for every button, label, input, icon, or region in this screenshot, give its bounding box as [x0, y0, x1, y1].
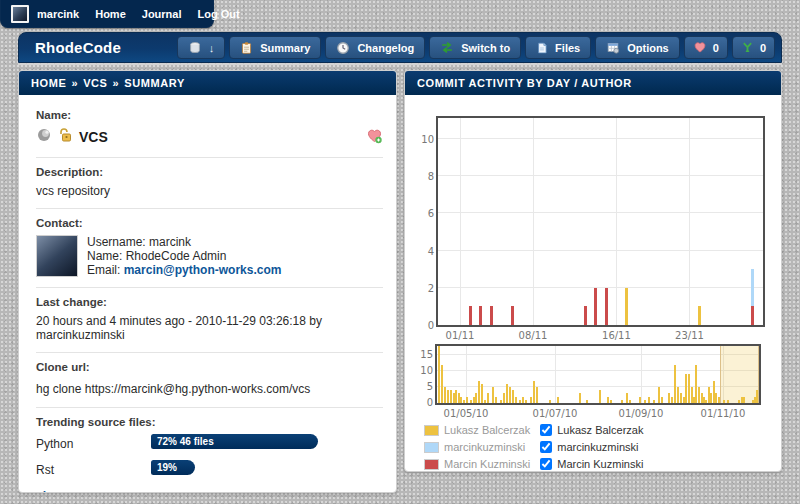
gridline: [437, 370, 759, 371]
x-axis-tick: 01/09/10: [615, 408, 667, 419]
author-toggle-label: Lukasz Balcerzak: [557, 424, 643, 436]
gridline: [555, 346, 556, 403]
trending-label: Trending source files:: [36, 416, 383, 428]
gridline: [641, 346, 642, 403]
mercurial-icon: [36, 127, 52, 147]
breadcrumb-repo-link[interactable]: VCS: [83, 77, 107, 89]
overview-commit-bar: [644, 400, 646, 403]
y-axis-tick: 0: [416, 320, 434, 331]
logout-link[interactable]: Log Out: [198, 8, 240, 20]
legend-toggle-row: marcinkuzminski: [540, 440, 643, 454]
overview-commit-bar: [475, 393, 477, 403]
contact-label: Contact:: [36, 217, 383, 229]
legend-checkbox-column: Lukasz BalcerzakmarcinkuzminskiMarcin Ku…: [540, 423, 643, 471]
overview-commit-bar: [463, 400, 465, 403]
commit-bar: [625, 288, 628, 325]
forks-badge[interactable]: 0: [732, 36, 775, 59]
home-link[interactable]: Home: [95, 8, 126, 20]
gridline: [438, 287, 763, 288]
gridline: [437, 354, 759, 355]
legend-author-name: Lukasz Balcerzak: [444, 424, 530, 436]
breadcrumb-home-link[interactable]: HOME: [31, 77, 66, 89]
y-axis-tick: 0: [415, 397, 433, 408]
overview-commit-bar: [586, 400, 588, 403]
contact-avatar: [36, 235, 78, 277]
x-axis-tick: 01/07/10: [529, 408, 581, 419]
legend-author-name: Marcin Kuzminski: [444, 458, 530, 470]
table-gear-icon: [606, 41, 620, 54]
tab-summary[interactable]: Summary: [229, 36, 321, 59]
gridline: [616, 118, 617, 325]
author-toggle-checkbox[interactable]: [540, 458, 552, 470]
brand-logo[interactable]: RhodeCode: [35, 39, 121, 56]
contact-username: Username: marcink: [87, 235, 281, 249]
breadcrumb-separator: »: [71, 77, 78, 89]
legend-color-swatch: [424, 425, 439, 436]
switch-to-menu[interactable]: Switch to: [429, 36, 521, 59]
options-menu[interactable]: Options: [595, 36, 680, 59]
gridline: [438, 212, 763, 213]
legend-swatch-column: Lukasz BalcerzakmarcinkuzminskiMarcin Ku…: [424, 423, 530, 471]
clone-url-input[interactable]: [36, 382, 376, 396]
overview-commit-bar: [525, 400, 527, 403]
y-axis-tick: 10: [415, 365, 433, 376]
y-axis-tick: 2: [416, 283, 434, 294]
commit-bar: [584, 306, 587, 325]
divider: [36, 208, 383, 209]
clone-url-label: Clone url:: [36, 361, 383, 373]
followers-badge[interactable]: 0: [684, 36, 728, 59]
overview-commit-bar: [522, 397, 524, 403]
commit-bar: [594, 288, 597, 325]
nav-button-label: Changelog: [357, 42, 414, 54]
commit-bar: [605, 288, 608, 325]
commit-bar: [511, 306, 514, 325]
overview-commit-bar: [438, 346, 440, 403]
user-bar: marcink Home Journal Log Out: [0, 0, 214, 28]
overview-commit-bar: [685, 374, 687, 403]
legend-toggle-row: Lukasz Balcerzak: [540, 423, 643, 437]
file-icon: [536, 41, 548, 55]
overview-commit-bar: [509, 387, 511, 403]
show-more-link[interactable]: show more: [36, 489, 99, 493]
y-axis-tick: 15: [415, 349, 433, 360]
overview-commit-bar: [512, 390, 514, 403]
overview-commit-bar: [626, 393, 628, 403]
summary-panel: HOME » VCS » SUMMARY Name: VCS Desc: [18, 70, 397, 493]
gridline: [460, 118, 461, 325]
overview-commit-bar: [661, 397, 663, 403]
repo-name: VCS: [79, 129, 108, 145]
follow-heart-button[interactable]: [366, 128, 383, 147]
journal-link[interactable]: Journal: [142, 8, 182, 20]
overview-commit-bar: [503, 393, 505, 403]
x-axis-tick: 23/11: [663, 330, 715, 341]
overview-commit-bar: [478, 381, 480, 403]
username-link[interactable]: marcink: [37, 8, 79, 20]
contact-lines: Username: marcink Name: RhodeCode Admin …: [87, 235, 281, 277]
email-link[interactable]: marcin@python-works.com: [124, 263, 282, 277]
overview-commit-bar: [653, 400, 655, 403]
overview-commit-bar: [481, 384, 483, 403]
divider: [36, 287, 383, 288]
divider: [36, 407, 383, 408]
overview-commit-bar: [495, 397, 497, 403]
email-prefix: Email:: [87, 263, 124, 277]
tab-files[interactable]: Files: [525, 36, 591, 59]
tab-changelog[interactable]: Changelog: [325, 36, 425, 59]
overview-commit-bar: [460, 397, 462, 403]
user-avatar: [11, 5, 29, 23]
repo-switcher-button[interactable]: ↓: [177, 36, 226, 59]
contact-email-line: Email: marcin@python-works.com: [87, 263, 281, 277]
followers-count: 0: [713, 42, 719, 54]
overview-commit-bar: [658, 387, 660, 403]
overview-commit-bar: [447, 390, 449, 403]
overview-commit-bar: [705, 400, 707, 403]
author-toggle-checkbox[interactable]: [540, 424, 552, 436]
range-selection-overlay[interactable]: [720, 346, 759, 403]
overview-commit-bar: [536, 387, 538, 403]
trending-track: 19%: [151, 460, 383, 479]
overview-commit-bar: [579, 393, 581, 403]
clock-icon: [336, 41, 350, 55]
author-toggle-checkbox[interactable]: [540, 441, 552, 453]
commit-bar: [469, 306, 472, 325]
gridline: [438, 138, 763, 139]
